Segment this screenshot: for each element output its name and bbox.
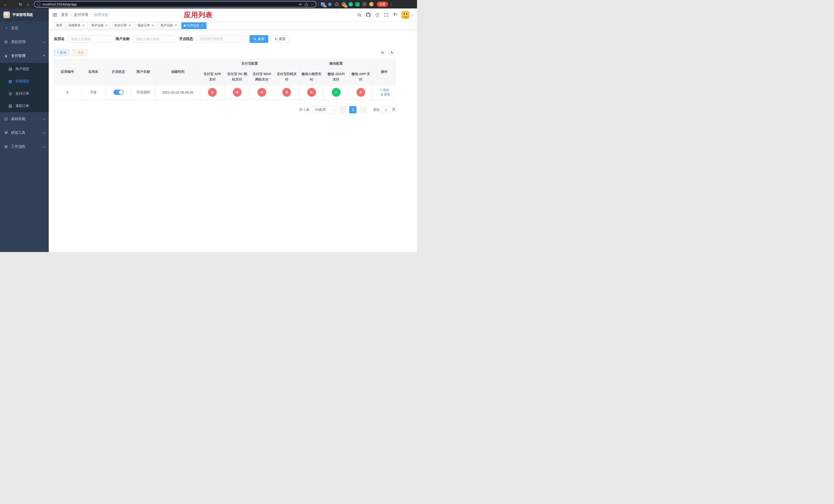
search-icon[interactable] — [357, 12, 362, 18]
col-wechat-jsapi: 微信 JSAPI 支付 — [324, 69, 349, 85]
active-dot — [184, 25, 186, 27]
close-icon[interactable]: × — [128, 24, 132, 27]
sidebar-item-workflow[interactable]: ⊞ 工作流程 — [0, 140, 49, 154]
app-title: 芋道管理系统 — [12, 13, 33, 17]
next-page-button[interactable] — [360, 106, 367, 113]
browser-home-button[interactable]: ⌂ — [24, 1, 31, 8]
user-avatar[interactable] — [402, 11, 409, 19]
tab-pay-order[interactable]: 支付订单 × — [112, 22, 134, 29]
chevron-down-icon — [43, 41, 45, 43]
password-key-icon[interactable] — [299, 2, 302, 6]
fullscreen-icon[interactable] — [384, 12, 389, 18]
browser-update-button[interactable]: 更新 — [377, 2, 388, 7]
extension-drop-icon[interactable] — [328, 2, 332, 7]
cell-app-name: 芋道 — [81, 85, 106, 100]
chevron-down-icon — [332, 109, 334, 110]
chevron-down-icon — [240, 38, 242, 40]
extension-dark-circle-icon[interactable] — [334, 2, 339, 7]
col-app-name: 应用名 — [81, 59, 106, 85]
edit-link[interactable]: ✎ 修改 — [379, 88, 389, 92]
group-wechat-config: 微信配置 — [299, 59, 373, 69]
trash-icon — [380, 93, 383, 96]
extensions-row: 10 1 ✓ — [321, 2, 374, 7]
breadcrumb-home[interactable]: 首页 — [61, 13, 68, 17]
url-text[interactable]: localhost:1024/pay/app — [43, 3, 77, 6]
app-name-label: 应用名 — [54, 37, 68, 41]
sidebar-item-dev-tools[interactable]: ⚒ 研发工具 — [0, 126, 49, 140]
sidebar-item-infrastructure[interactable]: ⊡ 基础设施 — [0, 112, 49, 126]
merchant-name-input[interactable] — [133, 35, 174, 43]
extension-puzzle-icon[interactable] — [362, 2, 367, 7]
close-icon[interactable]: × — [201, 24, 204, 27]
close-icon[interactable]: × — [151, 24, 155, 27]
sidebar-item-refund-order[interactable]: ▥ 退款订单 — [0, 100, 49, 112]
tab-process-form[interactable]: 流程表单 × — [66, 22, 88, 29]
sidebar-item-pay-order[interactable]: ◎ 支付订单 — [0, 87, 49, 100]
app-name-input[interactable] — [68, 35, 111, 43]
tab-refund-order[interactable]: 退款订单 × — [135, 22, 157, 29]
breadcrumb-current: 应用信息 — [94, 13, 108, 17]
browser-menu-icon[interactable]: ⋮ — [390, 2, 394, 6]
prev-page-button[interactable] — [339, 106, 346, 113]
help-icon[interactable]: ? — [375, 12, 380, 18]
status-select[interactable]: 请选择开启状态 — [196, 35, 244, 43]
page-size-select[interactable]: 10条/页 — [312, 106, 336, 113]
logo-avatar — [3, 12, 10, 18]
refund-doc-icon: ▥ — [8, 104, 13, 108]
site-info-icon[interactable]: i — [37, 3, 41, 6]
browser-reload-button[interactable]: ↻ — [17, 1, 24, 8]
close-icon[interactable]: × — [105, 24, 109, 27]
search-icon — [381, 51, 384, 54]
font-size-icon[interactable]: TT — [393, 12, 398, 18]
tab-home[interactable]: 首页 — [54, 22, 65, 29]
sidebar-item-payment[interactable]: ¥ 支付管理 — [0, 49, 49, 63]
status-switch[interactable] — [113, 90, 124, 95]
close-icon[interactable]: × — [174, 24, 178, 27]
toggle-search-button[interactable] — [379, 49, 386, 56]
chevron-down-icon — [43, 131, 45, 134]
delete-link[interactable]: 删除 — [380, 92, 390, 97]
cell-actions: ✎ 修改 删除 — [373, 85, 396, 100]
address-bar[interactable]: i localhost:1024/pay/app ☆ — [34, 1, 316, 7]
github-icon[interactable] — [366, 12, 371, 18]
col-merchant: 商户名称 — [131, 59, 156, 85]
share-icon[interactable] — [304, 2, 308, 6]
goto-page-input[interactable] — [381, 106, 390, 113]
browser-back-button[interactable]: ← — [2, 1, 9, 8]
navbar: 首页 / 支付管理 / 应用信息 应用列表 ? — [49, 8, 417, 21]
yen-icon: ¥ — [4, 54, 8, 58]
close-icon[interactable]: × — [82, 24, 85, 27]
extension-grid-icon[interactable]: 10 — [321, 2, 325, 7]
tab-user-group[interactable]: 用户分组 × — [89, 22, 111, 29]
wechat-mini-status-icon: × — [307, 88, 316, 97]
breadcrumb-separator: / — [70, 13, 71, 17]
bookmark-star-icon[interactable]: ☆ — [310, 2, 313, 6]
sidebar-item-merchant-info[interactable]: ▤ 商户信息 — [0, 63, 49, 75]
tab-merchant-info[interactable]: 商户信息 × — [158, 22, 180, 29]
hamburger-icon[interactable] — [50, 10, 60, 20]
sidebar-item-home[interactable]: ◔ 首页 — [0, 21, 49, 35]
extension-green-square-icon[interactable] — [355, 2, 360, 7]
alipay-qr-status-icon: × — [282, 88, 291, 97]
extension-check-icon[interactable]: ✓ — [348, 2, 353, 7]
refresh-table-button[interactable]: ↻ — [389, 49, 395, 56]
export-button[interactable]: ↓ 导出 — [72, 49, 87, 56]
cell-create-time: 2021-10-23 08:49:25 — [156, 85, 200, 100]
sidebar-item-app-info[interactable]: ▦ 应用信息 — [0, 75, 49, 87]
avatar-caret-icon[interactable] — [411, 14, 413, 15]
navbar-actions: ? TT — [357, 11, 413, 19]
page-1-button[interactable]: 1 — [349, 106, 356, 113]
extension-rainbow-icon[interactable]: 1 — [341, 2, 346, 7]
search-button[interactable]: 搜索 — [249, 35, 268, 43]
add-button[interactable]: + 新增 — [54, 49, 69, 56]
sidebar: 芋道管理系统 ◔ 首页 ⚙ 系统管理 ¥ 支付管理 ▤ 商户信息 — [0, 8, 49, 252]
reset-button[interactable]: ↻ 重置 — [271, 35, 289, 43]
breadcrumb-payment[interactable]: 支付管理 — [74, 13, 88, 17]
tab-app-info[interactable]: 应用信息 × — [181, 22, 206, 29]
table-toolbar: + 新增 ↓ 导出 ↻ — [54, 49, 395, 56]
browser-forward-button[interactable]: → — [9, 1, 16, 8]
col-wechat-app: 微信 APP 支付 — [349, 69, 373, 85]
sidebar-logo[interactable]: 芋道管理系统 — [0, 8, 49, 21]
extension-face-icon[interactable] — [369, 2, 374, 7]
sidebar-item-system[interactable]: ⚙ 系统管理 — [0, 35, 49, 49]
